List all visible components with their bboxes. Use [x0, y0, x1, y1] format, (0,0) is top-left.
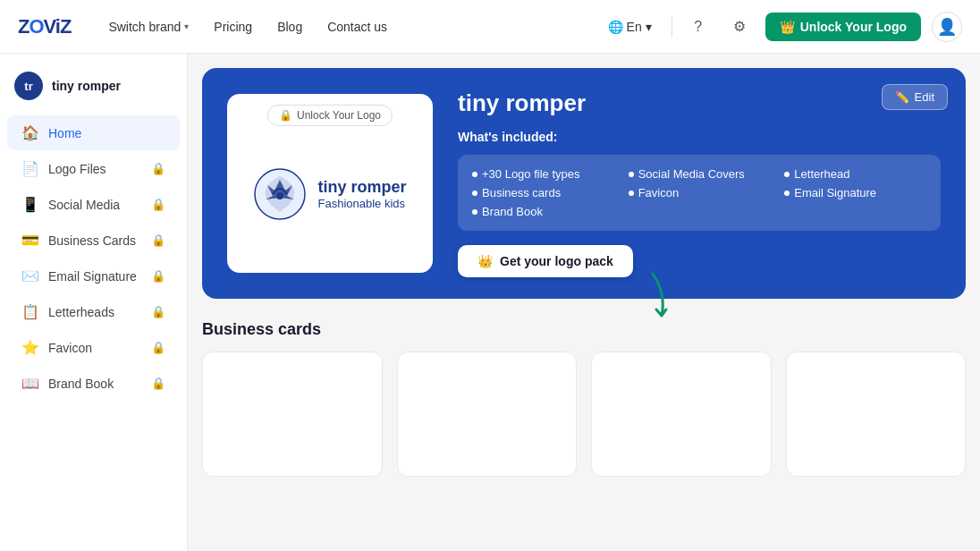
sidebar-item-brand-book[interactable]: 📖 Brand Book 🔒: [7, 366, 180, 401]
edit-label: Edit: [915, 90, 934, 104]
unlock-label: Unlock Your Logo: [800, 20, 907, 34]
lock-icon: 🔒: [151, 377, 165, 390]
feature-dot: [784, 191, 790, 196]
pricing-nav[interactable]: Pricing: [203, 14, 263, 39]
sidebar-item-label: Email Signature: [48, 269, 137, 284]
globe-icon: 🌐: [608, 20, 623, 34]
switch-brand-label: Switch brand: [108, 20, 181, 34]
lock-icon: 🔒: [151, 233, 165, 247]
business-cards-icon: 💳: [21, 232, 39, 249]
user-icon: 👤: [937, 17, 957, 37]
sidebar: tr tiny romper 🏠 Home 📄 Logo Files 🔒 📱 S…: [0, 54, 188, 551]
feature-favicon: Favicon: [629, 186, 771, 199]
sidebar-item-label: Home: [48, 126, 81, 140]
logo-files-icon: 📄: [21, 160, 39, 177]
cards-grid: [202, 352, 966, 477]
feature-label: Letterhead: [794, 167, 849, 181]
edit-button[interactable]: ✏️ Edit: [882, 84, 948, 110]
crown-icon: 👑: [780, 20, 795, 34]
sidebar-item-label: Social Media: [48, 198, 120, 212]
brand-name: tiny romper: [52, 79, 121, 93]
help-button[interactable]: ?: [683, 12, 714, 42]
feature-dot: [629, 172, 634, 177]
hero-brand-name: tiny romper: [317, 178, 406, 197]
hero-lock-badge: 🔒 Unlock Your Logo: [267, 105, 393, 126]
svg-point-1: [276, 192, 283, 199]
language-button[interactable]: 🌐 En ▾: [599, 14, 661, 39]
sidebar-item-label: Letterheads: [48, 305, 114, 319]
lock-icon: 🔒: [151, 269, 165, 283]
lock-icon: 🔒: [151, 198, 165, 211]
unlock-logo-button[interactable]: 👑 Unlock Your Logo: [765, 13, 921, 41]
feature-social-media: Social Media Covers: [629, 167, 771, 181]
hero-title: tiny romper: [458, 89, 941, 117]
hero-features-grid: +30 Logo file types Social Media Covers …: [458, 155, 941, 231]
sidebar-item-label: Business Cards: [48, 233, 136, 248]
switch-brand-nav[interactable]: Switch brand ▾: [97, 14, 199, 39]
sidebar-item-favicon[interactable]: ⭐ Favicon 🔒: [7, 330, 180, 365]
arrow-svg: [617, 267, 689, 338]
card-placeholder-2: [397, 352, 578, 477]
feature-label: Business cards: [482, 186, 561, 199]
feature-label: Email Signature: [794, 186, 876, 199]
email-signature-icon: ✉️: [21, 267, 39, 284]
sidebar-item-email-signature[interactable]: ✉️ Email Signature 🔒: [7, 259, 180, 293]
feature-business-cards: Business cards: [472, 186, 614, 199]
sidebar-item-home[interactable]: 🏠 Home: [7, 115, 180, 150]
chevron-down-icon: ▾: [184, 21, 189, 31]
gear-icon: ⚙: [733, 18, 746, 35]
language-label: En: [627, 20, 642, 34]
card-placeholder-1: [202, 352, 383, 477]
sidebar-item-label: Brand Book: [48, 377, 114, 391]
sidebar-item-letterheads[interactable]: 📋 Letterheads 🔒: [7, 294, 180, 329]
user-avatar-button[interactable]: 👤: [932, 12, 962, 42]
home-icon: 🏠: [21, 124, 39, 141]
favicon-icon: ⭐: [21, 339, 39, 356]
avatar: tr: [14, 72, 43, 100]
feature-label: Favicon: [638, 186, 680, 199]
lock-icon: 🔒: [151, 341, 165, 354]
header: ZOViZ Switch brand ▾ Pricing Blog Contac…: [0, 0, 980, 54]
contact-nav[interactable]: Contact us: [317, 14, 398, 39]
lock-icon: 🔒: [151, 162, 165, 175]
feature-logo-files: +30 Logo file types: [472, 167, 614, 181]
layout: tr tiny romper 🏠 Home 📄 Logo Files 🔒 📱 S…: [0, 54, 980, 551]
sidebar-item-business-cards[interactable]: 💳 Business Cards 🔒: [7, 223, 180, 258]
lock-icon: 🔒: [151, 305, 165, 318]
lang-chevron-icon: ▾: [646, 20, 652, 34]
header-divider: [672, 16, 672, 38]
contact-label: Contact us: [327, 20, 387, 34]
edit-icon: ✏️: [895, 90, 909, 104]
main-nav: Switch brand ▾ Pricing Blog Contact us: [97, 14, 598, 39]
cards-section: Business cards: [188, 313, 980, 491]
sidebar-item-label: Logo Files: [48, 162, 106, 176]
lock-icon: 🔒: [279, 109, 292, 122]
get-pack-label: Get your logo pack: [500, 254, 613, 268]
feature-dot: [472, 191, 477, 196]
sidebar-item-label: Favicon: [48, 341, 92, 355]
feature-dot: [629, 191, 634, 196]
get-logo-pack-button[interactable]: 👑 Get your logo pack: [458, 245, 633, 277]
sidebar-brand: tr tiny romper: [0, 64, 187, 114]
blog-nav[interactable]: Blog: [266, 14, 313, 39]
feature-label: Brand Book: [482, 205, 543, 218]
feature-letterhead: Letterhead: [784, 167, 926, 181]
sidebar-item-social-media[interactable]: 📱 Social Media 🔒: [7, 187, 180, 222]
hero-content-area: tiny romper What's included: +30 Logo fi…: [458, 89, 941, 277]
lock-badge-text: Unlock Your Logo: [297, 109, 381, 122]
hero-logo-content: tiny romper Fashionable kids: [253, 167, 406, 221]
feature-dot: [784, 172, 790, 177]
sidebar-item-logo-files[interactable]: 📄 Logo Files 🔒: [7, 151, 180, 186]
settings-button[interactable]: ⚙: [724, 12, 755, 42]
letterheads-icon: 📋: [21, 303, 39, 320]
header-right: 🌐 En ▾ ? ⚙ 👑 Unlock Your Logo 👤: [599, 12, 962, 42]
social-media-icon: 📱: [21, 196, 39, 213]
hero-banner: 🔒 Unlock Your Logo tiny romper Fashion: [202, 68, 966, 299]
feature-label: +30 Logo file types: [482, 167, 580, 181]
card-placeholder-3: [591, 352, 772, 477]
help-icon: ?: [694, 19, 702, 35]
brand-logo-svg: [253, 167, 307, 221]
feature-label: Social Media Covers: [638, 167, 745, 181]
cards-section-title: Business cards: [202, 320, 966, 339]
hero-brand-tagline: Fashionable kids: [317, 197, 406, 210]
